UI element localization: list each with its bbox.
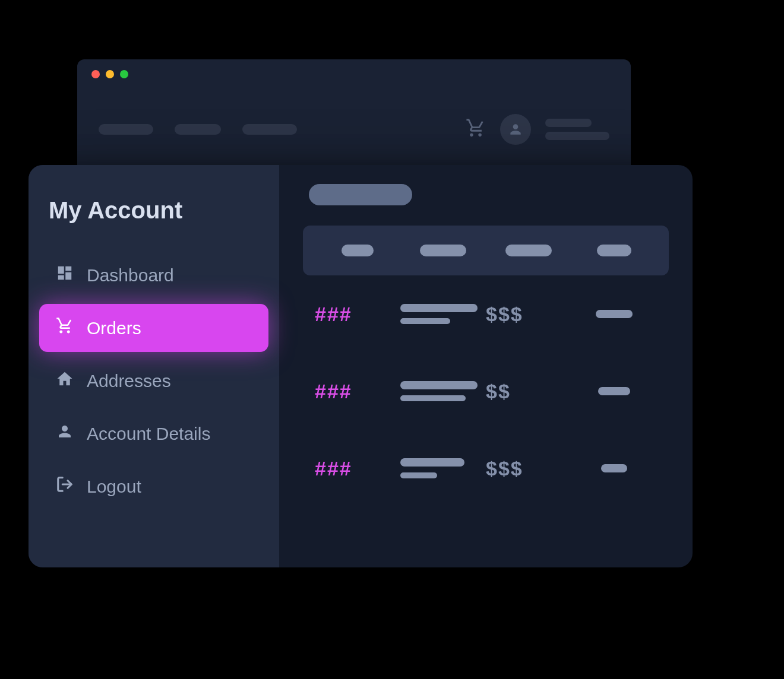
sidebar-item-label: Logout xyxy=(87,477,141,497)
sidebar-item-label: Account Details xyxy=(87,424,210,444)
sidebar: My Account Dashboard Orders Addresses Ac… xyxy=(29,165,279,567)
order-desc-placeholder xyxy=(400,458,464,467)
content-area: ### $$$ ### $$ ### $$$ xyxy=(279,165,693,567)
sidebar-item-label: Orders xyxy=(87,318,141,338)
site-nav xyxy=(99,114,609,145)
user-icon xyxy=(56,423,74,445)
traffic-light-maximize[interactable] xyxy=(120,70,128,78)
th-placeholder xyxy=(597,245,631,256)
order-desc-placeholder xyxy=(400,381,478,389)
sidebar-item-logout[interactable]: Logout xyxy=(39,462,268,510)
orders-table-row[interactable]: ### $$$ xyxy=(303,275,669,353)
order-id: ### xyxy=(315,303,352,326)
sidebar-item-orders[interactable]: Orders xyxy=(39,304,268,352)
order-desc-placeholder xyxy=(400,395,466,401)
th-placeholder xyxy=(505,245,552,256)
order-amount: $$$ xyxy=(486,303,523,326)
traffic-lights xyxy=(91,70,128,78)
order-amount: $$ xyxy=(486,380,511,403)
th-placeholder xyxy=(420,245,466,256)
order-status-placeholder xyxy=(601,464,627,472)
dashboard-icon xyxy=(56,264,74,286)
content-heading-placeholder xyxy=(309,184,412,205)
order-id: ### xyxy=(315,457,352,480)
sidebar-item-addresses[interactable]: Addresses xyxy=(39,357,268,405)
home-icon xyxy=(56,370,74,392)
logout-icon xyxy=(56,475,74,497)
order-id: ### xyxy=(315,380,352,403)
cart-icon xyxy=(56,317,74,339)
order-desc-placeholder xyxy=(400,472,437,478)
sidebar-item-account-details[interactable]: Account Details xyxy=(39,410,268,458)
order-desc-placeholder xyxy=(400,318,450,324)
nav-links xyxy=(99,124,297,135)
sidebar-item-dashboard[interactable]: Dashboard xyxy=(39,251,268,299)
account-panel: My Account Dashboard Orders Addresses Ac… xyxy=(29,165,693,567)
order-status-placeholder xyxy=(598,387,630,395)
th-placeholder xyxy=(342,245,374,256)
orders-table-row[interactable]: ### $$$ xyxy=(303,430,669,507)
avatar[interactable] xyxy=(500,114,531,145)
nav-link-placeholder[interactable] xyxy=(99,124,153,135)
orders-table-header xyxy=(303,226,669,275)
nav-link-placeholder[interactable] xyxy=(175,124,221,135)
traffic-light-minimize[interactable] xyxy=(106,70,114,78)
cart-icon[interactable] xyxy=(466,118,486,141)
sidebar-title: My Account xyxy=(49,197,268,224)
traffic-light-close[interactable] xyxy=(91,70,100,78)
sidebar-item-label: Addresses xyxy=(87,371,171,391)
orders-table-row[interactable]: ### $$ xyxy=(303,353,669,430)
sidebar-item-label: Dashboard xyxy=(87,265,174,285)
user-name-placeholder xyxy=(545,119,609,140)
order-amount: $$$ xyxy=(486,457,523,480)
order-status-placeholder xyxy=(596,310,633,318)
order-desc-placeholder xyxy=(400,304,478,312)
nav-link-placeholder[interactable] xyxy=(242,124,297,135)
